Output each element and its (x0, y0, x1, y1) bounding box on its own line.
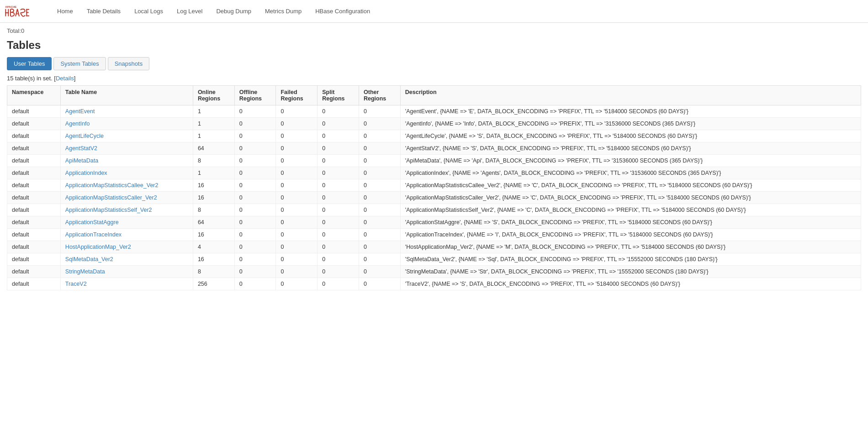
cell-offline-regions: 0 (234, 204, 276, 216)
cell-table-name[interactable]: ApplicationMapStatisticsSelf_Ver2 (60, 204, 193, 216)
cell-online-regions: 4 (193, 241, 234, 253)
col-header-namespace: Namespace (7, 86, 61, 105)
cell-table-name[interactable]: ApplicationStatAggre (60, 216, 193, 229)
cell-table-name[interactable]: SqlMetaData_Ver2 (60, 253, 193, 266)
table-name-link[interactable]: AgentLifeCycle (65, 133, 104, 139)
tab-snapshots[interactable]: Snapshots (108, 57, 149, 70)
table-name-link[interactable]: AgentEvent (65, 108, 95, 115)
cell-offline-regions: 0 (234, 105, 276, 118)
col-header-online-regions: OnlineRegions (193, 86, 234, 105)
table-name-link[interactable]: ApplicationMapStatisticsSelf_Ver2 (65, 207, 152, 213)
table-name-link[interactable]: ApplicationIndex (65, 170, 107, 176)
cell-table-name[interactable]: TraceV2 (60, 278, 193, 290)
cell-online-regions: 1 (193, 118, 234, 130)
svg-rect-7 (26, 9, 29, 10)
total-label: Total:0 (7, 27, 861, 34)
cell-online-regions: 1 (193, 105, 234, 118)
cell-other-regions: 0 (359, 266, 401, 278)
cell-failed-regions: 0 (276, 105, 318, 118)
cell-namespace: default (7, 130, 61, 142)
cell-table-name[interactable]: AgentInfo (60, 118, 193, 130)
cell-table-name[interactable]: ApiMetaData (60, 155, 193, 167)
nav-item-log-level[interactable]: Log Level (170, 0, 209, 23)
nav-item-table-details[interactable]: Table Details (80, 0, 127, 23)
table-name-link[interactable]: ApplicationMapStatisticsCallee_Ver2 (65, 182, 159, 189)
cell-split-regions: 0 (318, 155, 359, 167)
tab-system-tables[interactable]: System Tables (53, 57, 106, 70)
table-name-link[interactable]: ApplicationStatAggre (65, 219, 119, 226)
cell-other-regions: 0 (359, 192, 401, 204)
cell-description: 'ApiMetaData', {NAME => 'Api', DATA_BLOC… (400, 155, 861, 167)
nav-item-hbase-configuration[interactable]: HBase Configuration (308, 0, 377, 23)
cell-other-regions: 0 (359, 278, 401, 290)
cell-table-name[interactable]: ApplicationMapStatisticsCallee_Ver2 (60, 179, 193, 192)
cell-other-regions: 0 (359, 253, 401, 266)
table-name-link[interactable]: AgentInfo (65, 121, 90, 127)
nav-link-table-details[interactable]: Table Details (80, 0, 127, 23)
cell-namespace: default (7, 216, 61, 229)
table-info: 15 table(s) in set. [Details] (7, 75, 861, 82)
nav-link-debug-dump[interactable]: Debug Dump (209, 0, 258, 23)
cell-failed-regions: 0 (276, 253, 318, 266)
cell-description: 'ApplicationStatAggre', {NAME => 'S', DA… (400, 216, 861, 229)
cell-other-regions: 0 (359, 241, 401, 253)
main-content: Total:0 Tables User Tables System Tables… (0, 23, 868, 295)
table-name-link[interactable]: SqlMetaData_Ver2 (65, 256, 113, 262)
cell-online-regions: 16 (193, 229, 234, 241)
cell-offline-regions: 0 (234, 241, 276, 253)
nav-item-local-logs[interactable]: Local Logs (127, 0, 170, 23)
cell-failed-regions: 0 (276, 204, 318, 216)
cell-namespace: default (7, 118, 61, 130)
table-name-link[interactable]: TraceV2 (65, 281, 87, 287)
tables-data-table: Namespace Table Name OnlineRegions Offli… (7, 85, 861, 290)
cell-table-name[interactable]: AgentEvent (60, 105, 193, 118)
cell-offline-regions: 0 (234, 142, 276, 155)
col-header-offline-regions: OfflineRegions (234, 86, 276, 105)
navbar: APACHE Home Table Details (0, 0, 868, 23)
svg-rect-8 (26, 12, 28, 13)
details-link[interactable]: Details (56, 75, 74, 82)
table-name-link[interactable]: ApiMetaData (65, 157, 98, 164)
cell-table-name[interactable]: AgentStatV2 (60, 142, 193, 155)
nav-link-hbase-configuration[interactable]: HBase Configuration (308, 0, 377, 23)
brand-logo[interactable]: APACHE (5, 2, 41, 21)
cell-other-regions: 0 (359, 229, 401, 241)
nav-item-home[interactable]: Home (50, 0, 80, 23)
cell-other-regions: 0 (359, 167, 401, 179)
cell-split-regions: 0 (318, 105, 359, 118)
cell-table-name[interactable]: ApplicationTraceIndex (60, 229, 193, 241)
table-row: defaultApiMetaData80000'ApiMetaData', {N… (7, 155, 861, 167)
cell-description: 'HostApplicationMap_Ver2', {NAME => 'M',… (400, 241, 861, 253)
table-row: defaultApplicationStatAggre640000'Applic… (7, 216, 861, 229)
table-name-link[interactable]: ApplicationTraceIndex (65, 231, 122, 238)
table-name-link[interactable]: AgentStatV2 (65, 145, 97, 152)
cell-split-regions: 0 (318, 142, 359, 155)
cell-offline-regions: 0 (234, 253, 276, 266)
svg-text:APACHE: APACHE (5, 5, 16, 8)
cell-table-name[interactable]: ApplicationIndex (60, 167, 193, 179)
cell-namespace: default (7, 192, 61, 204)
cell-failed-regions: 0 (276, 130, 318, 142)
table-row: defaultAgentLifeCycle10000'AgentLifeCycl… (7, 130, 861, 142)
nav-link-home[interactable]: Home (50, 0, 80, 23)
nav-item-debug-dump[interactable]: Debug Dump (209, 0, 258, 23)
cell-failed-regions: 0 (276, 278, 318, 290)
cell-table-name[interactable]: StringMetaData (60, 266, 193, 278)
tab-user-tables[interactable]: User Tables (7, 57, 52, 70)
nav-link-log-level[interactable]: Log Level (170, 0, 209, 23)
cell-table-name[interactable]: HostApplicationMap_Ver2 (60, 241, 193, 253)
cell-offline-regions: 0 (234, 167, 276, 179)
nav-item-metrics-dump[interactable]: Metrics Dump (258, 0, 308, 23)
nav-link-local-logs[interactable]: Local Logs (127, 0, 170, 23)
table-name-link[interactable]: ApplicationMapStatisticsCaller_Ver2 (65, 194, 157, 201)
cell-table-name[interactable]: AgentLifeCycle (60, 130, 193, 142)
cell-split-regions: 0 (318, 167, 359, 179)
cell-table-name[interactable]: ApplicationMapStatisticsCaller_Ver2 (60, 192, 193, 204)
cell-namespace: default (7, 105, 61, 118)
cell-other-regions: 0 (359, 179, 401, 192)
cell-offline-regions: 0 (234, 179, 276, 192)
table-name-link[interactable]: StringMetaData (65, 268, 105, 275)
table-name-link[interactable]: HostApplicationMap_Ver2 (65, 244, 131, 250)
cell-description: 'StringMetaData', {NAME => 'Str', DATA_B… (400, 266, 861, 278)
nav-link-metrics-dump[interactable]: Metrics Dump (258, 0, 308, 23)
